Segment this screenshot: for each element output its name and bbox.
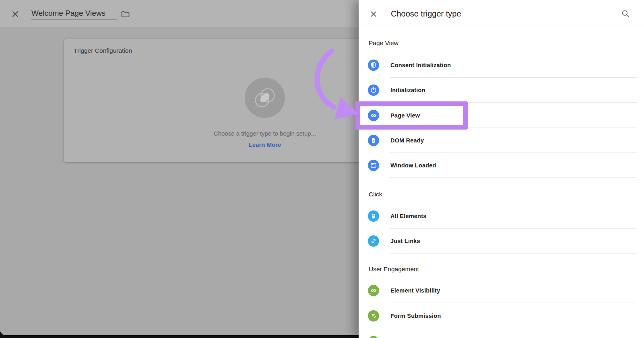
search-icon[interactable] [621,9,630,18]
folder-icon[interactable] [120,9,130,19]
trigger-placeholder-text: Choose a trigger type to begin setup... [64,130,359,137]
trigger-option-label: Form Submission [390,313,441,319]
trigger-icon-partial[interactable] [368,336,379,338]
link-icon [368,235,379,247]
power-icon [368,84,379,96]
trigger-card-body[interactable]: Choose a trigger type to begin setup... … [64,62,359,148]
choose-trigger-type-panel: Choose trigger type Page View Consent In… [359,0,644,338]
form-check-icon [368,310,379,322]
eye-icon [368,110,379,121]
trigger-option-label: Window Loaded [390,162,436,169]
section-header-user-engagement: User Engagement [369,265,419,273]
editor-region: Welcome Page Views Trigger Configuration… [0,0,359,338]
shield-icon [368,60,379,71]
section-header-click: Click [369,190,382,198]
trigger-option-label: Page View [390,112,420,119]
trigger-card-title: Trigger Configuration [64,39,359,62]
document-icon [368,135,379,146]
trigger-option-label: Initialization [390,87,425,93]
eye-icon [368,285,379,296]
trigger-option-initialization[interactable]: Initialization [359,78,644,103]
trigger-option-page-view[interactable]: Page View [359,103,644,128]
trigger-placeholder-icon [245,78,285,118]
trigger-option-form-submission[interactable]: Form Submission [359,303,644,328]
trigger-option-all-elements[interactable]: All Elements [359,204,644,229]
trigger-name-field[interactable]: Welcome Page Views [31,9,117,20]
close-panel-icon[interactable] [369,10,378,18]
editor-surface: Welcome Page Views Trigger Configuration… [0,0,359,335]
trigger-option-element-visibility[interactable]: Element Visibility [359,278,644,303]
trigger-option-window-loaded[interactable]: Window Loaded [359,153,644,178]
trigger-option-label: All Elements [390,213,426,219]
learn-more-link[interactable]: Learn More [64,141,359,148]
editor-topbar: Welcome Page Views [0,0,359,27]
panel-header: Choose trigger type [359,0,644,25]
trigger-option-label: Element Visibility [390,287,440,294]
trigger-option-dom-ready[interactable]: DOM Ready [359,128,644,153]
trigger-option-consent-initialization[interactable]: Consent Initialization [359,53,644,78]
window-icon [368,160,379,171]
trigger-option-label: Consent Initialization [390,62,451,68]
trigger-option-just-links[interactable]: Just Links [359,229,644,254]
close-editor-icon[interactable] [11,10,20,19]
panel-title: Choose trigger type [391,9,461,19]
mouse-icon [368,210,379,222]
section-header-page-view: Page View [369,39,398,47]
trigger-option-label: Just Links [390,238,420,244]
trigger-configuration-card: Trigger Configuration Choose a trigger t… [64,39,359,162]
trigger-option-label: DOM Ready [390,137,424,144]
